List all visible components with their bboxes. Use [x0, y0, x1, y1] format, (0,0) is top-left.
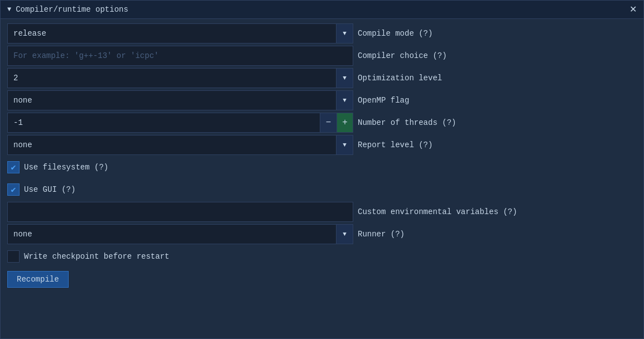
compile-mode-row: release ▼ Compile mode (?)	[7, 23, 637, 43]
dropdown-arrow-icon-4: ▼	[343, 142, 347, 148]
button-row: Recompile	[7, 269, 637, 288]
report-level-row: none ▼ Report level (?)	[7, 135, 637, 155]
runner-value: none	[8, 230, 336, 239]
write-checkpoint-checkbox[interactable]	[7, 250, 20, 263]
thread-input-group: − +	[7, 113, 353, 133]
write-checkpoint-label: Write checkpoint before restart	[24, 252, 169, 261]
openmp-flag-label: OpenMP flag	[358, 96, 409, 105]
collapse-arrow-icon[interactable]: ▼	[7, 6, 11, 13]
thread-decrement-button[interactable]: −	[320, 113, 337, 133]
compile-mode-label: Compile mode (?)	[358, 29, 432, 38]
report-level-label: Report level (?)	[358, 141, 432, 149]
use-gui-row: ✔ Use GUI (?)	[7, 180, 637, 200]
title-bar: ▼ Compiler/runtime options ✕	[1, 1, 643, 19]
close-button[interactable]: ✕	[629, 5, 637, 14]
openmp-flag-value: none	[8, 96, 336, 105]
compile-mode-value: release	[8, 29, 336, 38]
optimization-level-dropdown[interactable]: 2 ▼	[7, 68, 353, 88]
checkmark-icon-2: ✔	[11, 185, 16, 195]
compiler-choice-row: Compiler choice (?)	[7, 46, 637, 66]
report-level-arrow[interactable]: ▼	[336, 135, 353, 154]
title-bar-left: ▼ Compiler/runtime options	[7, 5, 128, 14]
use-filesystem-label: Use filesystem (?)	[24, 163, 108, 172]
optimization-level-label: Optimization level	[358, 74, 442, 83]
report-level-value: none	[8, 141, 336, 149]
compile-mode-arrow[interactable]: ▼	[336, 24, 353, 43]
runner-label: Runner (?)	[358, 230, 405, 239]
dropdown-arrow-icon-3: ▼	[343, 97, 347, 104]
runner-arrow[interactable]: ▼	[336, 225, 353, 244]
thread-count-input[interactable]	[7, 113, 320, 133]
window-title: Compiler/runtime options	[16, 5, 128, 14]
compile-mode-dropdown[interactable]: release ▼	[7, 23, 353, 43]
dropdown-arrow-icon-5: ▼	[343, 231, 347, 238]
write-checkpoint-row: Write checkpoint before restart	[7, 246, 637, 267]
optimization-level-value: 2	[8, 74, 336, 83]
compiler-choice-label: Compiler choice (?)	[358, 51, 447, 60]
use-filesystem-row: ✔ Use filesystem (?)	[7, 157, 637, 177]
use-filesystem-checkbox[interactable]: ✔	[7, 161, 20, 173]
optimization-level-row: 2 ▼ Optimization level	[7, 68, 637, 88]
content-area: release ▼ Compile mode (?) Compiler choi…	[1, 19, 643, 338]
custom-env-input[interactable]	[7, 202, 353, 222]
use-gui-label: Use GUI (?)	[24, 185, 75, 194]
compiler-options-window: ▼ Compiler/runtime options ✕ release ▼ C…	[0, 0, 644, 339]
openmp-flag-row: none ▼ OpenMP flag	[7, 90, 637, 110]
checkmark-icon: ✔	[11, 162, 16, 173]
compiler-choice-input[interactable]	[7, 46, 353, 66]
num-threads-row: − + Number of threads (?)	[7, 113, 637, 133]
recompile-button[interactable]: Recompile	[7, 271, 69, 288]
use-gui-checkbox[interactable]: ✔	[7, 183, 20, 196]
thread-increment-button[interactable]: +	[337, 113, 353, 133]
runner-row: none ▼ Runner (?)	[7, 224, 637, 244]
custom-env-label: Custom environmental variables (?)	[358, 207, 517, 216]
dropdown-arrow-icon: ▼	[343, 30, 347, 37]
dropdown-arrow-icon-2: ▼	[343, 75, 347, 81]
openmp-flag-dropdown[interactable]: none ▼	[7, 90, 353, 110]
report-level-dropdown[interactable]: none ▼	[7, 135, 353, 155]
optimization-level-arrow[interactable]: ▼	[336, 69, 353, 88]
num-threads-label: Number of threads (?)	[358, 118, 456, 127]
openmp-flag-arrow[interactable]: ▼	[336, 91, 353, 110]
custom-env-row: Custom environmental variables (?)	[7, 202, 637, 222]
runner-dropdown[interactable]: none ▼	[7, 224, 353, 244]
